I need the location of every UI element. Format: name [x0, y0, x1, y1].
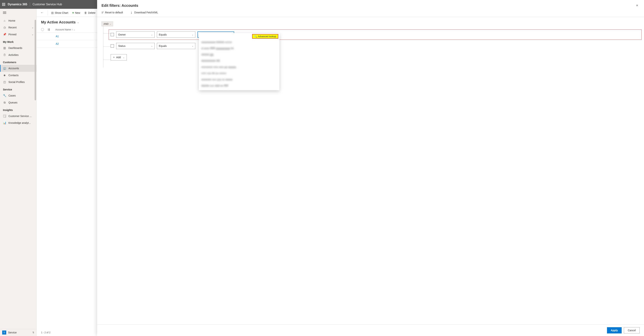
sitemap-sidebar: ⌂ Home ◷ Recent ⌄ 📌 Pinned ⌄ My Work ▥ D… — [0, 9, 37, 336]
cancel-label: Cancel — [628, 329, 636, 332]
chevron-down-icon: ⌄ — [32, 33, 34, 36]
advanced-lookup-button[interactable]: 🔍 Advanced lookup — [252, 34, 278, 39]
edit-filters-panel: Edit filters: Accounts ✕ ▽̸ Reset to def… — [97, 0, 644, 336]
sidebar-item-pinned[interactable]: 📌 Pinned ⌄ — [0, 31, 36, 38]
cmd-label: Delete — [88, 11, 96, 14]
chevron-down-icon: ⌄ — [32, 26, 34, 29]
lookup-option[interactable]: iiiiiiiiiii jjjjj — [199, 51, 280, 58]
group-mywork: My Work — [0, 38, 36, 44]
sidebar-item-label: Home — [8, 19, 15, 22]
trash-icon: 🗑 — [84, 11, 87, 14]
lookup-popup: 🔍 Advanced lookup aaaaaaaaaa bbbbb ccccc… — [199, 33, 280, 90]
sidebar-item-queues[interactable]: ⧉ Queues — [0, 99, 36, 106]
clipboard-icon: 🗒 — [3, 53, 6, 56]
queue-icon: ⧉ — [3, 101, 6, 104]
reset-default-button[interactable]: ▽̸ Reset to default — [102, 11, 123, 14]
sidebar-item-activities[interactable]: 🗒 Activities — [0, 51, 36, 58]
lookup-option[interactable]: wwwww xxx yyy zz aaaaa — [199, 76, 280, 83]
sidebar-item-label: Cases — [8, 94, 16, 97]
dashboard-icon: ▥ — [3, 46, 6, 50]
sidebar-item-customer-service[interactable]: ⿹ Customer Service ... — [0, 113, 36, 119]
back-button[interactable]: ← — [39, 10, 45, 15]
sidebar-item-dashboards[interactable]: ▥ Dashboards — [0, 44, 36, 51]
sidebar-item-social[interactable]: ◫ Social Profiles — [0, 78, 36, 85]
apply-label: Apply — [611, 329, 618, 332]
field-value: Owner — [118, 33, 126, 36]
sidebar-item-label: Customer Service ... — [8, 115, 32, 118]
download-fetchxml-button[interactable]: ⭳ Download FetchXML — [130, 11, 158, 14]
show-chart-button[interactable]: ▥ Show Chart — [50, 10, 69, 15]
operator-dropdown[interactable]: Equals ⌄ — [157, 43, 195, 49]
close-button[interactable]: ✕ — [634, 3, 640, 8]
sort-asc-icon: ↑ — [72, 28, 73, 31]
lookup-option[interactable]: kkkkkkkkkk lllll — [199, 58, 280, 64]
operator-value: Equals — [159, 33, 167, 36]
condition-row: Owner ⌄ Equals ⌄ Value ⌄ ⋯ ! — [111, 31, 640, 38]
sidebar-item-home[interactable]: ⌂ Home — [0, 17, 36, 24]
hamburger-button[interactable] — [0, 9, 36, 16]
building-icon: 🏢 — [3, 67, 6, 70]
group-customers: Customers — [0, 58, 36, 65]
clock-icon: ◷ — [3, 26, 6, 29]
select-all-toggle[interactable] — [41, 28, 44, 31]
lookup-option[interactable]: mmmmm nnn ooo pp qqqqq — [199, 64, 280, 70]
panel-title: Edit filters: Accounts — [102, 3, 138, 8]
app-launcher-icon[interactable] — [2, 3, 5, 6]
sidebar-scrollbar[interactable] — [35, 20, 36, 100]
download-icon: ⭳ — [130, 11, 133, 14]
topbar-divider — [30, 2, 30, 6]
bookmark-icon: ◫ — [3, 80, 6, 84]
group-op-label: AND — [104, 22, 108, 25]
sidebar-item-label: Social Profiles — [8, 81, 25, 83]
chevron-down-icon: ⌄ — [74, 28, 75, 30]
area-switcher[interactable]: S Service ⇅ — [0, 329, 36, 336]
sidebar-item-label: Activities — [8, 53, 18, 56]
lookup-option[interactable]: aaaaaaaaaa bbbbb ccccc — [199, 39, 280, 45]
lookup-option[interactable]: d eeee ffffff ggggggggg hh — [199, 45, 280, 51]
lookup-option[interactable]: bbbbb ccc ddd ee fffff — [199, 83, 280, 89]
delete-button[interactable]: 🗑 Delete — [84, 10, 96, 15]
brand-label: Dynamics 365 — [8, 3, 27, 6]
area-label: Service — [8, 331, 17, 334]
chevron-down-icon: ⌄ — [151, 45, 152, 47]
sidebar-item-label: Knowledge analyt... — [8, 121, 31, 124]
sidebar-item-contacts[interactable]: ☻ Contacts — [0, 72, 36, 78]
tree-connector — [103, 60, 110, 60]
sidebar-item-label: Contacts — [8, 74, 18, 77]
sidebar-item-knowledge[interactable]: 📊 Knowledge analyt... — [0, 119, 36, 126]
column-account-name[interactable]: Account Name ↑ ⌄ — [55, 28, 75, 31]
apply-button[interactable]: Apply — [607, 327, 622, 334]
sidebar-item-label: Queues — [8, 101, 18, 104]
field-dropdown[interactable]: Owner ⌄ — [116, 31, 155, 38]
field-dropdown[interactable]: Status ⌄ — [116, 43, 155, 49]
chevron-down-icon: ⌄ — [192, 34, 193, 36]
sidebar-item-label: Recent — [8, 26, 16, 29]
wrench-icon: 🔧 — [3, 94, 6, 97]
app-name: Customer Service Hub — [32, 3, 62, 6]
row-checkbox[interactable] — [111, 44, 114, 48]
add-label: Add — [116, 56, 121, 59]
record-link[interactable]: A2 — [56, 42, 59, 45]
tree-connector — [103, 46, 110, 47]
plus-icon: + — [72, 11, 74, 14]
sidebar-item-cases[interactable]: 🔧 Cases — [0, 92, 36, 99]
chevron-down-icon: ⌄ — [77, 21, 79, 24]
updown-icon: ⇅ — [32, 331, 34, 334]
group-insights: Insights — [0, 106, 36, 113]
new-button[interactable]: + New — [72, 10, 81, 15]
cancel-button[interactable]: Cancel — [624, 327, 640, 334]
record-link[interactable]: A1 — [56, 35, 59, 38]
row-checkbox[interactable] — [111, 33, 114, 36]
operator-dropdown[interactable]: Equals ⌄ — [157, 31, 195, 38]
chevron-down-icon: ⌄ — [123, 56, 124, 58]
sidebar-item-recent[interactable]: ◷ Recent ⌄ — [0, 24, 36, 31]
add-condition-button[interactable]: + Add ⌄ — [111, 54, 127, 60]
filter-reset-icon: ▽̸ — [102, 11, 104, 14]
map-icon: ⿹ — [3, 114, 6, 118]
pin-icon: 📌 — [3, 33, 6, 36]
field-value: Status — [118, 44, 126, 47]
lookup-option[interactable]: rrrrr sss ttt uu vvvvv — [199, 70, 280, 76]
cmd-label: Show Chart — [55, 11, 68, 14]
sidebar-item-accounts[interactable]: 🏢 Accounts — [0, 65, 36, 72]
pcmd-label: Reset to default — [105, 11, 123, 14]
